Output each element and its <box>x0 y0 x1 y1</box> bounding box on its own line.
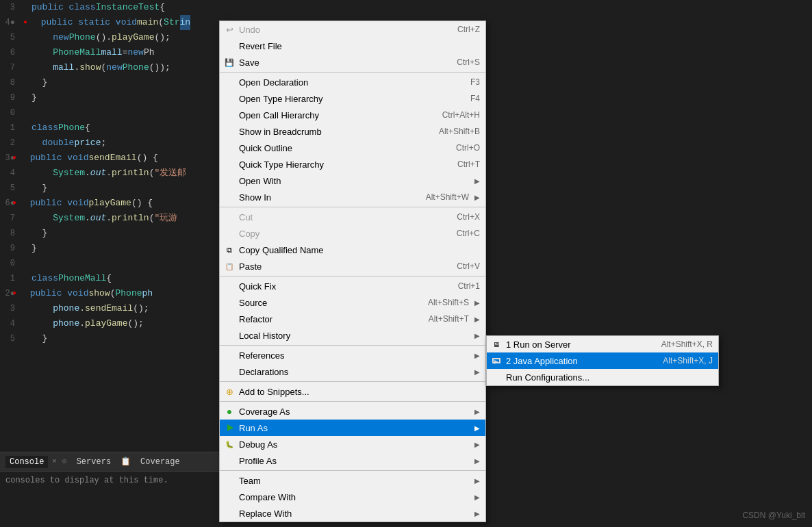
menu-item-declarations[interactable]: Declarations ▶ <box>220 363 485 380</box>
menu-item-profile-as[interactable]: Profile As ▶ <box>220 452 485 469</box>
submenu-arrow-open-with: ▶ <box>474 177 480 185</box>
snippets-icon: ⊕ <box>224 386 235 397</box>
code-line-3: 3 public class InstanceTest { <box>0 0 812 15</box>
menu-item-quick-type-hierarchy[interactable]: Quick Type Hierarchy Ctrl+T <box>220 156 485 172</box>
separator-3 <box>220 276 485 277</box>
separator-1 <box>220 72 485 73</box>
separator-2 <box>220 207 485 207</box>
console-content: consoles to display at this time. <box>0 472 219 489</box>
console-panel: Console × ⊙ Servers 📋 Coverage consoles … <box>0 452 219 527</box>
separator-5 <box>220 381 485 382</box>
submenu-arrow-replace-with: ▶ <box>474 510 480 517</box>
menu-item-replace-with[interactable]: Replace With ▶ <box>220 505 485 522</box>
menu-item-show-breadcrumb[interactable]: Show in Breadcrumb Alt+Shift+B <box>220 123 485 140</box>
menu-item-undo[interactable]: ↩ Undo Ctrl+Z <box>220 21 485 38</box>
copy-qual-icon: ⧉ <box>224 244 235 255</box>
submenu-arrow-source: ▶ <box>474 299 480 307</box>
tab-servers[interactable]: Servers <box>73 456 115 468</box>
submenu-arrow-local-history: ▶ <box>474 332 480 339</box>
menu-item-open-type-hierarchy[interactable]: Open Type Hierarchy F4 <box>220 90 485 107</box>
debug-as-icon: 🐛 <box>224 439 235 450</box>
context-menu: ↩ Undo Ctrl+Z Revert File 💾 Save Ctrl+S … <box>219 21 486 522</box>
submenu-arrow-run-as: ▶ <box>474 424 480 432</box>
undo-icon: ↩ <box>224 24 235 35</box>
submenu-arrow-references: ▶ <box>474 352 480 359</box>
menu-item-references[interactable]: References ▶ <box>220 347 485 363</box>
submenu-arrow-show-in: ▶ <box>474 194 480 201</box>
coverage-icon: ● <box>224 406 235 417</box>
menu-item-local-history[interactable]: Local History ▶ <box>220 327 485 344</box>
submenu-item-run-on-server[interactable]: 🖥 1 Run on Server Alt+Shift+X, R <box>487 336 718 352</box>
menu-item-open-declaration[interactable]: Open Declaration F3 <box>220 74 485 90</box>
separator-6 <box>220 401 485 402</box>
submenu-arrow-declarations: ▶ <box>474 368 480 376</box>
save-icon: 💾 <box>224 57 235 68</box>
separator-4 <box>220 345 485 346</box>
server-icon: 🖥 <box>491 339 502 350</box>
menu-item-add-snippets[interactable]: ⊕ Add to Snippets... <box>220 383 485 400</box>
menu-item-quick-outline[interactable]: Quick Outline Ctrl+O <box>220 140 485 156</box>
submenu-arrow-profile-as: ▶ <box>474 457 480 465</box>
submenu-arrow-compare-with: ▶ <box>474 493 480 501</box>
console-tabs-bar: Console × ⊙ Servers 📋 Coverage <box>0 452 219 472</box>
submenu-item-run-configs[interactable]: Run Configurations... <box>487 369 718 385</box>
submenu-arrow-refactor: ▶ <box>474 316 480 323</box>
menu-item-team[interactable]: Team ▶ <box>220 472 485 489</box>
menu-item-debug-as[interactable]: 🐛 Debug As ▶ <box>220 436 485 452</box>
tab-coverage[interactable]: Coverage <box>136 456 184 468</box>
menu-item-open-with[interactable]: Open With ▶ <box>220 172 485 189</box>
menu-item-coverage-as[interactable]: ● Coverage As ▶ <box>220 403 485 420</box>
menu-item-refactor[interactable]: Refactor Alt+Shift+T ▶ <box>220 311 485 327</box>
menu-item-quick-fix[interactable]: Quick Fix Ctrl+1 <box>220 278 485 294</box>
menu-item-paste[interactable]: 📋 Paste Ctrl+V <box>220 258 485 274</box>
menu-item-copy-qualified[interactable]: ⧉ Copy Qualified Name <box>220 242 485 258</box>
menu-item-save[interactable]: 💾 Save Ctrl+S <box>220 54 485 70</box>
java-app-icon <box>491 355 502 366</box>
paste-icon: 📋 <box>224 261 235 272</box>
submenu-run-as: 🖥 1 Run on Server Alt+Shift+X, R 2 Java … <box>486 335 719 386</box>
submenu-arrow-team: ▶ <box>474 477 480 485</box>
menu-item-cut[interactable]: Cut Ctrl+X <box>220 209 485 225</box>
menu-item-open-call-hierarchy[interactable]: Open Call Hierarchy Ctrl+Alt+H <box>220 107 485 123</box>
menu-item-source[interactable]: Source Alt+Shift+S ▶ <box>220 294 485 311</box>
run-as-icon <box>224 422 235 433</box>
separator-7 <box>220 470 485 471</box>
menu-item-compare-with[interactable]: Compare With ▶ <box>220 489 485 505</box>
menu-item-run-as[interactable]: Run As ▶ <box>220 420 485 436</box>
menu-item-copy[interactable]: Copy Ctrl+C <box>220 225 485 242</box>
menu-item-show-in[interactable]: Show In Alt+Shift+W ▶ <box>220 189 485 205</box>
submenu-arrow-debug-as: ▶ <box>474 441 480 448</box>
watermark: CSDN @Yuki_bit <box>742 511 805 520</box>
submenu-item-java-application[interactable]: 2 Java Application Alt+Shift+X, J <box>487 352 718 369</box>
console-close-icon[interactable]: × <box>52 458 56 465</box>
submenu-arrow-coverage: ▶ <box>474 408 480 415</box>
tab-console[interactable]: Console <box>5 456 48 468</box>
menu-item-revert[interactable]: Revert File <box>220 38 485 54</box>
